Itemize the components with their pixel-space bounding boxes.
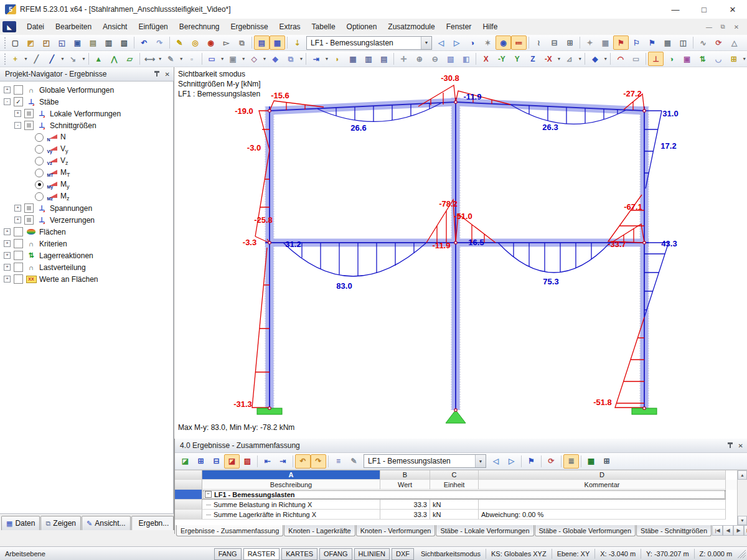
results-tab-5[interactable]: Stäbe - Globale Verformungen — [535, 525, 636, 536]
radio-n[interactable] — [35, 133, 44, 142]
show-tables-icon[interactable]: ▤ — [254, 35, 270, 50]
navigator-tab-ansicht[interactable]: ✎Ansicht... — [82, 516, 131, 530]
insert-line-icon[interactable]: ╱ — [29, 52, 44, 66]
render-model-icon[interactable]: ◆ — [587, 52, 603, 66]
dropdown-arrow-icon[interactable]: ▼ — [82, 57, 86, 61]
round-corner-icon[interactable]: ◗ — [329, 52, 345, 66]
zoom-region-icon[interactable]: ◎ — [187, 35, 203, 50]
pin-icon[interactable] — [727, 442, 733, 449]
mdi-close-button[interactable]: ✕ — [730, 21, 743, 32]
row-gutter[interactable] — [175, 500, 202, 510]
status-toggle-fang[interactable]: FANG — [214, 548, 242, 560]
resize-grip[interactable] — [737, 549, 746, 558]
dropdown-arrow-icon[interactable]: ▼ — [742, 57, 746, 61]
tree-item-spannungen[interactable]: +⊥Spannungen — [0, 202, 173, 214]
export-excel-icon[interactable]: ▦ — [583, 454, 599, 469]
close-icon[interactable]: ✕ — [165, 71, 170, 78]
expand-icon[interactable]: + — [14, 110, 21, 117]
fe-mesh-icon[interactable]: ▦ — [598, 35, 613, 50]
tree-item-lagerreaktionen[interactable]: +⇅Lagerreaktionen — [0, 250, 173, 261]
navigator-tab-daten[interactable]: ▦Daten — [1, 516, 40, 530]
tree-item-vz[interactable]: VzVz — [0, 155, 173, 167]
dropdown-arrow-icon[interactable]: ▼ — [603, 57, 608, 61]
status-toggle-dxf[interactable]: DXF — [392, 548, 414, 560]
column-letter-c[interactable]: C — [430, 470, 479, 480]
dropdown-arrow-icon[interactable]: ▼ — [24, 57, 28, 61]
workplane-icon[interactable]: ⊿ — [561, 52, 577, 66]
result-filter-icon[interactable]: ◪ — [224, 454, 240, 469]
table-scrollbar[interactable]: ▲ ▼ — [737, 470, 747, 525]
next-table-case-icon[interactable]: ▷ — [504, 454, 519, 469]
dropdown-arrow-icon[interactable]: ▼ — [324, 57, 329, 61]
import-model-icon[interactable]: ◰ — [39, 35, 54, 50]
select-window-icon[interactable]: ▫ — [184, 52, 200, 66]
delete-row-icon[interactable]: ⊟ — [209, 454, 224, 469]
checkbox[interactable] — [14, 251, 23, 260]
radio-mt[interactable] — [35, 169, 44, 177]
filter-flag-icon[interactable]: ⚑ — [524, 454, 539, 469]
dropdown-arrow-icon[interactable]: ▼ — [263, 57, 267, 61]
menu-optionen[interactable]: Optionen — [341, 20, 383, 34]
visibility-b-icon[interactable]: ⚐ — [629, 35, 644, 50]
checkbox[interactable] — [14, 239, 23, 248]
row-gutter[interactable] — [175, 510, 202, 520]
show-results-icon[interactable]: ◑ — [464, 35, 480, 50]
zoom-in-icon[interactable]: ⊕ — [411, 52, 427, 66]
result-beam-icon[interactable]: ▭ — [628, 52, 644, 66]
result-colors-icon[interactable]: ◑ — [664, 52, 679, 66]
fe-mesh-settings-icon[interactable]: ▩ — [660, 35, 675, 50]
tree-item-lokale-verformungen[interactable]: +⊥Lokale Verformungen — [0, 108, 173, 119]
insert-row-icon[interactable]: ⊞ — [193, 454, 209, 469]
visual-object-icon[interactable]: ◇ — [247, 52, 262, 66]
tab-nav-icon-3[interactable]: ▶ — [733, 525, 744, 536]
recalculate-icon[interactable]: ⟳ — [543, 454, 559, 469]
expand-icon[interactable]: + — [4, 228, 11, 235]
surface-tool-icon[interactable]: ▭ — [204, 52, 220, 66]
display-values-icon[interactable]: ≔ — [511, 35, 527, 50]
tree-item-lastverteilung[interactable]: +∩Lastverteilung — [0, 261, 173, 273]
dimension-tool-icon[interactable]: ⟷ — [142, 52, 157, 66]
results-load-case-combo[interactable]: LF1 - Bemessungslasten ▼ — [364, 454, 486, 468]
tree-item-verzerrungen[interactable]: +⊥Verzerrungen — [0, 214, 173, 226]
dropdown-arrow-icon[interactable]: ▼ — [578, 57, 582, 61]
expand-icon[interactable]: + — [4, 240, 11, 247]
collapse-icon[interactable]: - — [14, 122, 21, 129]
new-surface-icon[interactable]: ▱ — [122, 52, 138, 66]
generate-mesh-icon[interactable]: ▦ — [345, 52, 360, 66]
menu-fenster[interactable]: Fenster — [441, 20, 477, 34]
row-gutter-selected[interactable] — [175, 490, 202, 500]
jump-next-icon[interactable]: ↷ — [311, 454, 326, 469]
expand-icon[interactable]: + — [4, 252, 11, 259]
dropdown-arrow-icon[interactable]: ▼ — [60, 57, 65, 61]
previous-load-case-icon[interactable]: ◁ — [433, 35, 449, 50]
status-toggle-raster[interactable]: RASTER — [243, 548, 280, 560]
regenerate-icon[interactable]: ◉ — [203, 35, 218, 50]
status-toggle-kartes[interactable]: KARTES — [281, 548, 317, 560]
results-tab-4[interactable]: Stäbe - Lokale Verformungen — [436, 525, 533, 536]
next-load-case-icon[interactable]: ▷ — [449, 35, 464, 50]
insert-line-type-icon[interactable]: ╱ — [44, 52, 60, 66]
radio-vy[interactable] — [35, 145, 44, 154]
checkbox[interactable] — [24, 121, 34, 130]
column-letter-d[interactable]: D — [479, 470, 726, 480]
open-file-icon[interactable]: ◩ — [23, 35, 39, 50]
connect-members-icon[interactable]: ⇥ — [308, 52, 324, 66]
zoom-out-icon[interactable]: ⊖ — [427, 52, 443, 66]
solid-tool-icon[interactable]: ◆ — [268, 52, 283, 66]
tree-item-mz[interactable]: MzMz — [0, 190, 173, 202]
pointer-mode-icon[interactable]: ▻ — [218, 35, 234, 50]
menu-extras[interactable]: Extras — [274, 20, 306, 34]
radio-my[interactable] — [35, 180, 44, 189]
calculator-icon[interactable]: ⊞ — [599, 454, 614, 469]
delete-results-icon[interactable]: ✕ — [742, 35, 747, 50]
view-z-icon[interactable]: Z — [525, 52, 540, 66]
export-model-icon[interactable]: ◱ — [54, 35, 70, 50]
rotate-view-icon[interactable]: ⟳ — [711, 35, 726, 50]
checkbox[interactable] — [14, 227, 23, 236]
status-toggle-ofang[interactable]: OFANG — [319, 548, 352, 560]
table-layout-icon[interactable]: ▦ — [270, 35, 285, 50]
dropdown-arrow-icon[interactable]: ▼ — [557, 57, 561, 61]
result-values-icon[interactable]: ✶ — [480, 35, 496, 50]
menu-berechnung[interactable]: Berechnung — [174, 20, 225, 34]
visibility-c-icon[interactable]: ⚑ — [644, 35, 660, 50]
